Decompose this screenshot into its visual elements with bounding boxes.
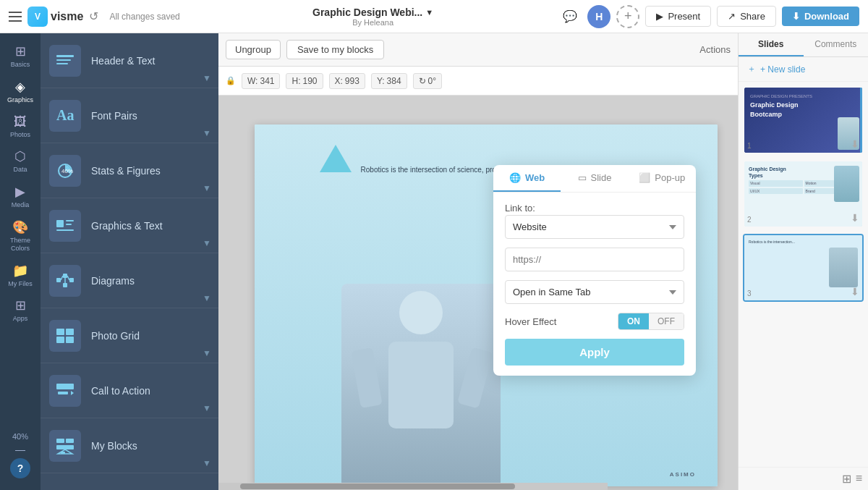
panel-item-diagrams[interactable]: Diagrams ▼ [41,253,218,308]
tab-popup[interactable]: ⬜ Pop-up [629,165,696,192]
visme-logo-icon: V [27,7,48,27]
h-label: H: [292,76,300,86]
new-slide-label: + New slide [760,64,805,75]
share-icon: ↗ [728,11,736,22]
tab-web[interactable]: 🌐 Web [493,165,561,192]
sidebar-item-theme-colors[interactable]: 🎨 Theme Colors [2,215,38,257]
panel-item-graphics-text[interactable]: Graphics & Text ▼ [41,198,218,253]
new-slide-button[interactable]: ＋ + New slide [739,57,868,82]
tab-comments[interactable]: Comments [804,33,869,56]
download-button[interactable]: ⬇ Download [782,7,859,26]
graphics-text-label: Graphics & Text [91,220,163,232]
link-to-select[interactable]: Website [505,215,684,239]
panel-item-font-pairs[interactable]: Aa Font Pairs ▼ [41,88,218,143]
svg-rect-21 [56,384,74,389]
theme-colors-icon: 🎨 [12,219,28,235]
chevron-down-icon: ▼ [425,8,433,17]
list-view-icon[interactable]: ≡ [856,472,862,486]
panel-item-my-blocks[interactable]: My Blocks ▼ [41,418,218,473]
add-person-icon[interactable]: + [616,5,639,28]
help-button[interactable]: ? [10,458,30,478]
panel-arrow-icon: ▼ [203,128,211,138]
svg-rect-0 [56,55,74,57]
avatar[interactable]: H [587,5,610,28]
svg-rect-6 [56,220,64,227]
apply-button[interactable]: Apply [505,339,684,366]
share-button[interactable]: ↗ Share [717,6,776,27]
slides-comments-tabs: Slides Comments [739,33,868,57]
tab-slides[interactable]: Slides [739,33,804,56]
sidebar-item-graphics[interactable]: ◈ Graphics [2,75,38,109]
sidebar-item-media[interactable]: ▶ Media [2,179,38,214]
topbar-center: Graphic Design Webi... ▼ By Heleana [195,7,552,27]
slide-action-3[interactable]: ⬇ [851,286,859,297]
slide-thumb-img-2: Graphic DesignTypes Visual Motion UI/UX … [744,161,862,227]
menu-icon[interactable] [9,12,22,22]
project-title[interactable]: Graphic Design Webi... ▼ [312,7,433,18]
slide-thumb-img-3: Robotics is the intersection... [744,235,862,300]
ungroup-button[interactable]: Ungroup [226,40,281,59]
y-field[interactable]: Y: 384 [371,73,407,89]
canvas-area: Ungroup Save to my blocks Actions 🔒 W: 3… [218,33,738,490]
data-label: Data [13,166,27,174]
toggle-off-button[interactable]: OFF [649,313,684,329]
tab-slide[interactable]: ▭ Slide [561,165,628,192]
apps-label: Apps [13,315,28,323]
dimension-toolbar: 🔒 W: 341 H: 190 X: 993 Y: 384 ↻ 0° [218,67,738,96]
undo-icon[interactable]: ↺ [89,9,103,24]
sidebar-item-photos[interactable]: 🖼 Photos [2,110,38,143]
svg-rect-11 [63,274,67,278]
svg-rect-12 [69,278,74,282]
url-input[interactable] [505,248,684,271]
height-field[interactable]: H: 190 [286,73,323,89]
photos-icon: 🖼 [14,114,27,130]
panel-item-header-text[interactable]: Header & Text ▼ [41,33,218,88]
sidebar-item-apps[interactable]: ⊞ Apps [2,293,38,327]
sidebar-item-basics[interactable]: ⊞ Basics [2,39,38,73]
grid-view-icon[interactable]: ⊞ [842,472,851,486]
hover-effect-toggle[interactable]: ON OFF [618,313,684,330]
sidebar-item-data[interactable]: ⬡ Data [2,144,38,178]
slide-thumb-3[interactable]: Robotics is the intersection... 3 ⬇ [743,234,864,302]
open-in-select[interactable]: Open in Same Tab [505,280,684,304]
stats-label: Stats & Figures [91,165,161,177]
zoom-minus-icon[interactable]: — [15,444,25,455]
svg-rect-8 [66,224,72,225]
saved-status: All changes saved [109,12,179,22]
save-to-blocks-button[interactable]: Save to my blocks [286,40,385,59]
slide-thumb-img-1: GRAPHIC DESIGN PRESENTS Graphic DesignBo… [744,88,862,153]
zoom-label: 40% [12,432,28,441]
slides-list: GRAPHIC DESIGN PRESENTS Graphic DesignBo… [739,82,868,467]
slide-action-2[interactable]: ⬇ [851,212,859,224]
rotate-icon: ↻ [419,76,426,86]
hover-effect-row: Hover Effect ON OFF [505,313,684,330]
media-label: Media [12,201,30,209]
slide-thumb-1[interactable]: GRAPHIC DESIGN PRESENTS Graphic DesignBo… [743,86,864,154]
hover-effect-label: Hover Effect [505,316,556,327]
svg-line-14 [61,276,63,280]
sidebar-item-my-files[interactable]: 📁 My Files [2,258,38,292]
plus-icon: ＋ [747,63,756,75]
canvas-content[interactable]: Robotics is the intersection of science,… [218,96,738,490]
width-field[interactable]: W: 341 [242,73,280,89]
link-popover-body: Link to: Website Open in Same Tab [493,193,696,376]
svg-text:Aa: Aa [56,107,74,123]
y-label: Y: [377,76,385,86]
panel-item-photo-grid[interactable]: Photo Grid ▼ [41,308,218,363]
comment-icon[interactable]: 💬 [558,5,582,28]
present-button[interactable]: ▶ Present [645,6,711,27]
angle-field[interactable]: ↻ 0° [413,73,442,89]
header-text-label: Header & Text [91,55,155,67]
panel-item-stats[interactable]: 40% Stats & Figures ▼ [41,143,218,198]
panel-arrow-icon: ▼ [203,183,211,193]
x-field[interactable]: X: 993 [329,73,365,89]
canvas-scrollbar[interactable] [218,483,608,490]
slide-thumb-2[interactable]: Graphic DesignTypes Visual Motion UI/UX … [743,160,864,228]
panel-item-cta[interactable]: Call to Action ▼ [41,363,218,418]
slide-action-1[interactable]: ⬇ [851,138,859,150]
slide-icon: ▭ [578,172,587,183]
svg-rect-2 [56,63,68,64]
toggle-on-button[interactable]: ON [618,313,649,329]
media-icon: ▶ [15,184,25,200]
download-icon: ⬇ [792,11,800,22]
